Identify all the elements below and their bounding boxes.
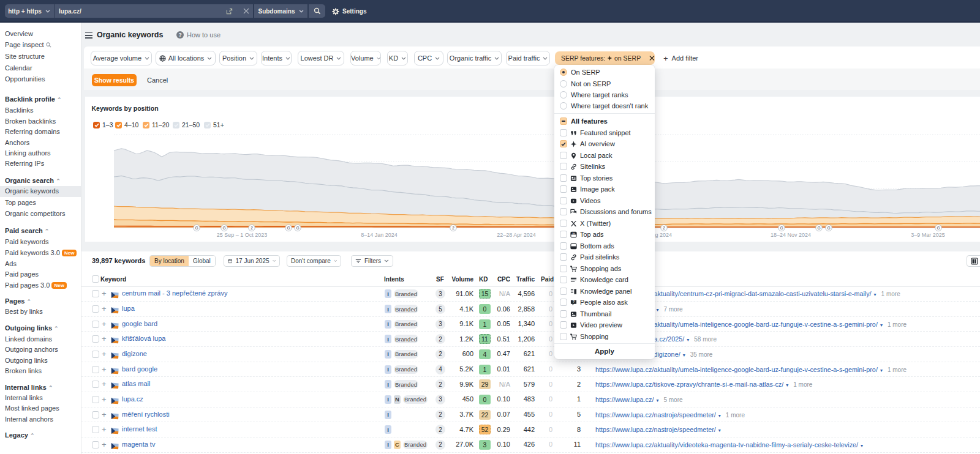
svg-text:G: G	[780, 226, 783, 230]
svg-text:G: G	[287, 226, 290, 230]
svg-text:Ad: Ad	[572, 232, 575, 234]
svg-text:G: G	[827, 226, 830, 230]
svg-text:22–28 Apr 2024: 22–28 Apr 2024	[497, 232, 536, 238]
svg-text:G: G	[296, 226, 299, 230]
svg-text:25 Sep – 1 Oct 2023: 25 Sep – 1 Oct 2023	[217, 232, 268, 238]
svg-text:G: G	[195, 226, 198, 230]
svg-text:8–14 Jan 2024: 8–14 Jan 2024	[361, 232, 398, 238]
svg-text:?: ?	[572, 300, 574, 303]
svg-text:2: 2	[452, 226, 454, 230]
svg-text:G: G	[937, 226, 940, 230]
svg-text:2: 2	[251, 226, 253, 230]
svg-text:2: 2	[663, 226, 665, 230]
svg-text:G: G	[222, 226, 225, 230]
svg-text:18–24 Nov 2024: 18–24 Nov 2024	[771, 232, 811, 238]
svg-text:G: G	[817, 226, 820, 230]
svg-text:3–9 Mar 2025: 3–9 Mar 2025	[911, 232, 945, 238]
